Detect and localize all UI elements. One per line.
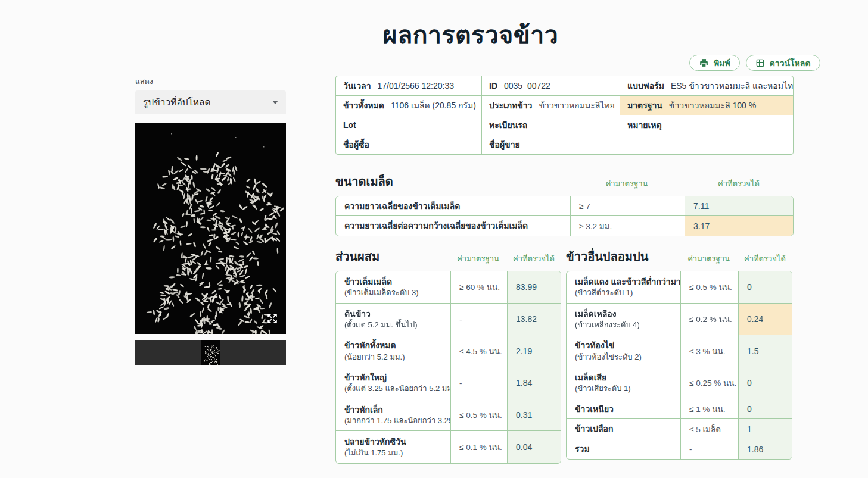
field-label: มาตรฐาน xyxy=(627,99,662,112)
standard-value: ≥ 60 % นน. xyxy=(450,271,507,303)
standard-value: - xyxy=(450,304,507,335)
row-detail: (ตั้งแต่ 3.25 และน้อยกว่า 5.2 มม.) xyxy=(344,383,442,394)
field-value: ES5 ข้าวขาวหอมมะลิ และหอมไทย xyxy=(671,79,793,92)
row-name: ต้นข้าว xyxy=(344,308,442,320)
table-row: ชื่อผู้ซื้อ ชื่อผู้ขาย xyxy=(336,135,793,154)
field-label: ข้าวทั้งหมด xyxy=(343,99,384,112)
measured-value: 2.19 xyxy=(507,335,561,367)
field-label: ชื่อผู้ซื้อ xyxy=(343,138,369,151)
contaminant-table: เมล็ดแดง และข้าวสีต่ำกว่ามาตรฐาน (ข้าวสี… xyxy=(566,271,792,460)
contaminant-section: ข้าวอื่นปลอมปน ค่ามาตรฐาน ค่าที่ตรวจได้ … xyxy=(566,247,792,460)
print-icon xyxy=(699,58,709,68)
field-label: ประเภทข้าว xyxy=(489,99,532,112)
row-detail: (ข้าวท้องไข่ระดับ 2) xyxy=(575,352,672,363)
section-title: ข้าวอื่นปลอมปน xyxy=(566,247,680,266)
table-row: รวม - 1.86 xyxy=(567,439,792,460)
table-row: วันเวลา17/01/2566 12:20:33 ID0035_00722 … xyxy=(336,76,793,96)
table-row: เมล็ดเสีย (ข้าวเสียระดับ 1) ≤ 0.25 % นน.… xyxy=(567,367,792,399)
row-name: ข้าวเปลือก xyxy=(575,423,672,435)
rice-image-thumbnail xyxy=(201,340,220,365)
measured-value: 7.11 xyxy=(685,196,794,215)
field-value: 17/01/2566 12:20:33 xyxy=(378,81,454,90)
image-type-select[interactable]: รูปข้าวที่อัปโหลด xyxy=(135,90,286,114)
row-name: ข้าวหักใหญ่ xyxy=(344,371,442,383)
row-detail: (ไม่เกิน 1.75 มม.) xyxy=(344,448,442,458)
image-viewer-panel: แสดง รูปข้าวที่อัปโหลด xyxy=(135,76,286,365)
field-value: ข้าวขาวหอมมะลิไทย xyxy=(539,99,614,112)
measured-value: 13.82 xyxy=(507,304,561,335)
row-detail: (น้อยกว่า 5.2 มม.) xyxy=(344,352,442,363)
standard-column-header: ค่ามาตรฐาน xyxy=(450,252,506,266)
table-row: Lot ทะเบียนรถ หมายเหตุ xyxy=(336,115,793,135)
measured-value: 3.17 xyxy=(685,216,794,236)
table-row: ความยาวเฉลี่ยต่อความกว้างเฉลี่ยของข้าวเต… xyxy=(336,216,793,236)
field-label: ชื่อผู้ขาย xyxy=(489,138,520,151)
row-detail: (ตั้งแต่ 5.2 มม. ขึ้นไป) xyxy=(344,320,442,330)
measured-value: 0.04 xyxy=(507,431,561,463)
field-label: แบบฟอร์ม xyxy=(627,79,664,92)
rice-image xyxy=(135,123,286,334)
thumbnail-strip[interactable] xyxy=(135,340,286,365)
table-row: ข้าวหักใหญ่ (ตั้งแต่ 3.25 และน้อยกว่า 5.… xyxy=(336,367,561,399)
table-row: เมล็ดแดง และข้าวสีต่ำกว่ามาตรฐาน (ข้าวสี… xyxy=(567,271,792,304)
measured-value: 1.84 xyxy=(507,367,561,399)
row-detail: (ข้าวเหลืองระดับ 4) xyxy=(575,320,672,330)
row-detail: (ข้าวเต็มเมล็ดระดับ 3) xyxy=(344,288,442,298)
standard-value: - xyxy=(450,367,507,399)
table-row: ข้าวเต็มเมล็ด (ข้าวเต็มเมล็ดระดับ 3) ≥ 6… xyxy=(336,271,561,304)
table-row: ปลายข้าวหักซีวัน (ไม่เกิน 1.75 มม.) ≤ 0.… xyxy=(336,431,561,463)
table-row: ข้าวทั้งหมด1106 เมล็ด (20.85 กรัม) ประเภ… xyxy=(336,96,793,115)
measured-column-header: ค่าที่ตรวจได้ xyxy=(738,252,792,266)
row-name: ข้าวหักเล็ก xyxy=(344,404,442,415)
standard-value: ≤ 4.5 % นน. xyxy=(450,335,507,367)
measured-value: 83.99 xyxy=(507,271,561,303)
table-row: ข้าวท้องไข่ (ข้าวท้องไข่ระดับ 2) ≤ 3 % น… xyxy=(567,335,792,367)
table-row: เมล็ดเหลือง (ข้าวเหลืองระดับ 4) ≤ 0.2 % … xyxy=(567,304,792,336)
standard-value: - xyxy=(680,439,738,460)
standard-value: ≤ 1 % นน. xyxy=(680,399,738,419)
print-button[interactable]: พิมพ์ xyxy=(689,55,740,71)
field-label: ทะเบียนรถ xyxy=(489,118,527,132)
field-label: ID xyxy=(489,81,497,90)
standard-value: ≤ 3 % นน. xyxy=(680,335,738,367)
download-button[interactable]: ดาวน์โหลด xyxy=(746,55,820,71)
download-icon xyxy=(755,58,765,68)
section-title: ขนาดเมล็ด xyxy=(335,172,570,191)
field-label: วันเวลา xyxy=(343,79,371,92)
standard-column-header: ค่ามาตรฐาน xyxy=(680,252,738,266)
section-title: ส่วนผสม xyxy=(335,247,450,266)
row-detail: (ข้าวเสียระดับ 1) xyxy=(575,383,672,394)
rice-image-viewer[interactable] xyxy=(135,123,286,334)
table-row: ข้าวหักเล็ก (มากกว่า 1.75 และน้อยกว่า 3.… xyxy=(336,399,561,432)
standard-value: ≤ 0.1 % นน. xyxy=(450,431,507,463)
image-type-select-value: รูปข้าวที่อัปโหลด xyxy=(143,95,211,110)
fullscreen-expand-button[interactable] xyxy=(265,312,279,326)
measured-value: 0 xyxy=(738,399,792,419)
standard-value: ≥ 7 xyxy=(570,196,685,215)
print-button-label: พิมพ์ xyxy=(714,57,730,70)
row-name: ข้าวเต็มเมล็ด xyxy=(344,276,442,288)
field-value: 1106 เมล็ด (20.85 กรัม) xyxy=(391,99,476,112)
grain-size-table: ความยาวเฉลี่ยของข้าวเต็มเมล็ด ≥ 7 7.11 ค… xyxy=(335,196,794,236)
grain-size-section: ขนาดเมล็ด ค่ามาตรฐาน ค่าที่ตรวจได้ ความย… xyxy=(335,172,794,236)
row-name: ปลายข้าวหักซีวัน xyxy=(344,436,442,448)
inspection-info-table: วันเวลา17/01/2566 12:20:33 ID0035_00722 … xyxy=(335,76,794,155)
standard-value: ≤ 0.5 % นน. xyxy=(680,271,738,303)
table-row: ข้าวหักทั้งหมด (น้อยกว่า 5.2 มม.) ≤ 4.5 … xyxy=(336,335,561,367)
row-detail: (มากกว่า 1.75 และน้อยกว่า 3.25 มม.) xyxy=(344,415,442,426)
dropdown-caret-icon xyxy=(272,101,278,104)
toolbar: พิมพ์ ดาวน์โหลด xyxy=(689,55,820,71)
field-value: 0035_00722 xyxy=(504,81,550,90)
row-name: รวม xyxy=(575,443,672,455)
composition-section: ส่วนผสม ค่ามาตรฐาน ค่าที่ตรวจได้ ข้าวเต็… xyxy=(335,247,561,464)
measured-value: 0.31 xyxy=(507,399,561,431)
row-name: เมล็ดเสีย xyxy=(575,371,672,383)
measured-value: 1 xyxy=(738,419,792,439)
row-name: ข้าวหักทั้งหมด xyxy=(344,339,442,351)
standard-value: ≤ 5 เมล็ด xyxy=(680,419,738,439)
field-label: Lot xyxy=(343,120,356,130)
table-row: ต้นข้าว (ตั้งแต่ 5.2 มม. ขึ้นไป) - 13.82 xyxy=(336,304,561,336)
measured-value: 1.5 xyxy=(738,335,792,367)
standard-column-header: ค่ามาตรฐาน xyxy=(570,177,684,191)
measured-value: 0 xyxy=(738,367,792,399)
